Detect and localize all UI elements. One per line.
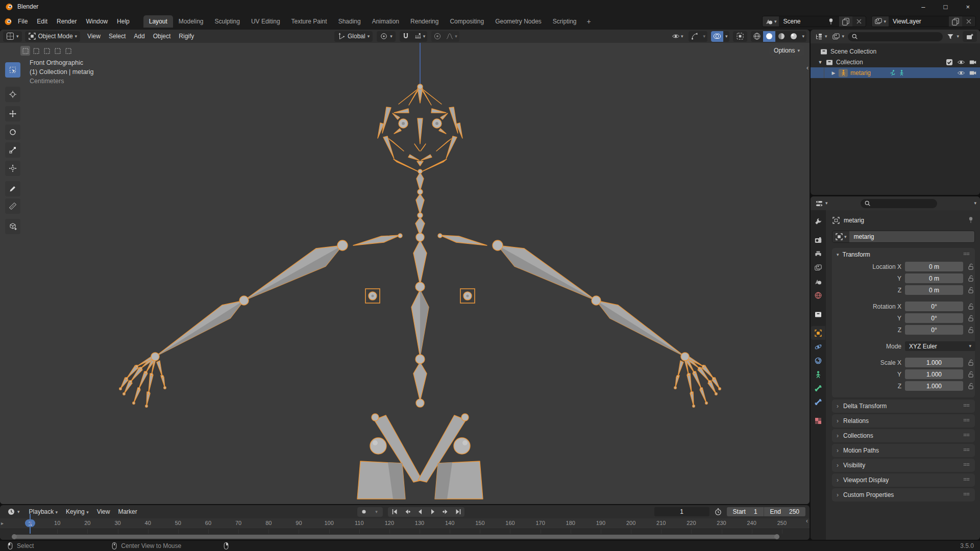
viewport-canvas[interactable]: .bn{fill:#a8a8a8;stroke:#e8963c;stroke-w… (0, 43, 810, 504)
tool-select-box-button[interactable] (5, 62, 20, 78)
timeline-scrollbar-thumb[interactable] (13, 535, 778, 539)
outliner-row-scene-collection[interactable]: Scene Collection (811, 46, 980, 57)
rotation-mode-dropdown[interactable]: XYZ Euler▾ (905, 341, 975, 351)
value-slider[interactable]: 1.000 (905, 358, 963, 367)
properties-tab-scene[interactable] (811, 274, 825, 288)
viewport-menu-add[interactable]: Add (130, 31, 149, 41)
menu-render[interactable]: Render (52, 16, 81, 27)
panel-delta-transform[interactable]: ›Delta Transform (832, 399, 975, 413)
playhead-line[interactable] (30, 514, 31, 534)
gizmos-dropdown[interactable]: ▾ (701, 31, 707, 42)
menu-edit[interactable]: Edit (32, 16, 52, 27)
lock-open-icon[interactable] (967, 274, 975, 283)
options-dropdown[interactable]: Options▾ (769, 45, 804, 56)
object-name-field[interactable]: ▾ metarig (832, 231, 975, 243)
workspace-tab-layout[interactable]: Layout (143, 15, 173, 28)
lock-open-icon[interactable] (967, 382, 975, 390)
menu-window[interactable]: Window (81, 16, 112, 27)
lock-open-icon[interactable] (967, 359, 975, 367)
properties-search-input[interactable] (861, 199, 937, 208)
value-slider[interactable]: 0° (905, 313, 963, 323)
workspace-tab-scripting[interactable]: Scripting (547, 15, 582, 28)
workspace-tab-uv-editing[interactable]: UV Editing (246, 15, 286, 28)
tool-cursor-button[interactable] (5, 87, 20, 102)
tool-transform-button[interactable] (5, 161, 20, 176)
play-reverse-button[interactable] (413, 507, 426, 517)
pin-icon[interactable] (967, 216, 975, 224)
properties-tab-bone[interactable] (811, 381, 825, 395)
viewport-menu-object[interactable]: Object (149, 31, 175, 41)
outliner-editor-type-button[interactable]: ▾ (814, 31, 828, 42)
properties-tab-texture[interactable] (811, 414, 825, 428)
lock-open-icon[interactable] (967, 286, 975, 294)
add-workspace-button[interactable]: + (582, 16, 596, 27)
tool-measure-button[interactable] (5, 198, 20, 214)
keying-dropdown[interactable]: ▾ (370, 507, 383, 517)
menu-help[interactable]: Help (112, 16, 134, 27)
shading-rendered-button[interactable] (788, 31, 800, 42)
workspace-tab-rendering[interactable]: Rendering (405, 15, 444, 28)
viewport-menu-rigify[interactable]: Rigify (175, 31, 198, 41)
value-slider[interactable]: 0° (905, 302, 963, 311)
properties-tab-constraints[interactable] (811, 354, 825, 367)
expand-arrow-icon[interactable]: ▼ (818, 60, 823, 65)
metarig-armature[interactable]: .bn{fill:#a8a8a8;stroke:#e8963c;stroke-w… (0, 43, 810, 504)
gizmos-toggle[interactable] (689, 31, 701, 42)
select-mode-set[interactable] (20, 46, 30, 56)
timeline-collapse-arrow[interactable]: ‹ (806, 517, 808, 524)
value-slider[interactable]: 1.000 (905, 369, 963, 379)
value-slider[interactable]: 0 m (905, 273, 963, 283)
scene-unlink-button[interactable] (852, 16, 866, 27)
overlays-dropdown[interactable]: ▾ (723, 31, 730, 42)
lock-open-icon[interactable] (967, 326, 975, 334)
select-mode-extend[interactable] (31, 46, 41, 56)
scene-selector[interactable]: ▾ Scene (762, 16, 867, 27)
pin-icon[interactable] (827, 17, 835, 26)
properties-tab-physics[interactable] (811, 340, 825, 354)
eye-icon[interactable] (957, 58, 965, 66)
view-layer-browse-button[interactable]: ▾ (872, 16, 889, 27)
properties-tab-collection[interactable] (811, 307, 825, 321)
timeline-ruler[interactable]: ▸ 1 102030405060708090100110120130140150… (0, 518, 810, 529)
tool-annotate-button[interactable] (5, 181, 20, 196)
value-slider[interactable]: 0 m (905, 262, 963, 271)
outliner-display-mode-button[interactable]: ▾ (831, 31, 846, 42)
panel-relations[interactable]: ›Relations (832, 414, 975, 428)
shading-material-button[interactable] (775, 31, 788, 42)
current-frame-field[interactable]: 1 (654, 507, 709, 516)
transform-orientation-dropdown[interactable]: Global▾ (334, 31, 373, 42)
stopwatch-icon[interactable] (714, 508, 722, 516)
expand-arrow-icon[interactable]: ▶ (831, 70, 836, 76)
tool-move-button[interactable] (5, 106, 20, 121)
workspace-tab-sculpting[interactable]: Sculpting (209, 15, 246, 28)
workspace-tab-modeling[interactable]: Modeling (173, 15, 209, 28)
jump-to-end-button[interactable] (452, 507, 464, 517)
overlays-toggle[interactable] (711, 31, 723, 42)
show-object-types-dropdown[interactable]: ▾ (670, 31, 685, 42)
outliner-row-metarig[interactable]: ▶ metarig (811, 67, 980, 78)
menu-file[interactable]: File (13, 16, 32, 27)
timeline-editor-type-button[interactable]: ▾ (4, 507, 23, 517)
close-button[interactable]: × (966, 3, 970, 11)
new-collection-button[interactable] (963, 31, 977, 42)
eye-icon[interactable] (957, 69, 965, 77)
properties-tab-output[interactable] (811, 247, 825, 261)
workspace-tab-animation[interactable]: Animation (366, 15, 405, 28)
select-mode-intersect[interactable] (63, 46, 73, 56)
lock-open-icon[interactable] (967, 370, 975, 379)
shading-wireframe-button[interactable] (751, 31, 763, 42)
select-mode-invert[interactable] (53, 46, 62, 56)
editor-type-button[interactable]: ▾ (3, 31, 22, 42)
xray-toggle[interactable] (733, 31, 747, 42)
start-frame-field[interactable]: Start1 (727, 507, 764, 516)
timeline-scrollbar[interactable] (0, 534, 810, 540)
outliner-row-collection[interactable]: ▼ Collection (811, 57, 980, 67)
timeline-menu-view[interactable]: View (93, 507, 114, 517)
properties-tab-bone-constraints[interactable] (811, 395, 825, 409)
value-slider[interactable]: 0 m (905, 285, 963, 295)
timeline-menu-keying[interactable]: Keying ▾ (62, 507, 93, 517)
properties-tab-object-data[interactable] (811, 367, 825, 381)
properties-tab-render[interactable] (811, 233, 825, 247)
panel-collections[interactable]: ›Collections (832, 429, 975, 442)
properties-tab-view-layer[interactable] (811, 261, 825, 274)
